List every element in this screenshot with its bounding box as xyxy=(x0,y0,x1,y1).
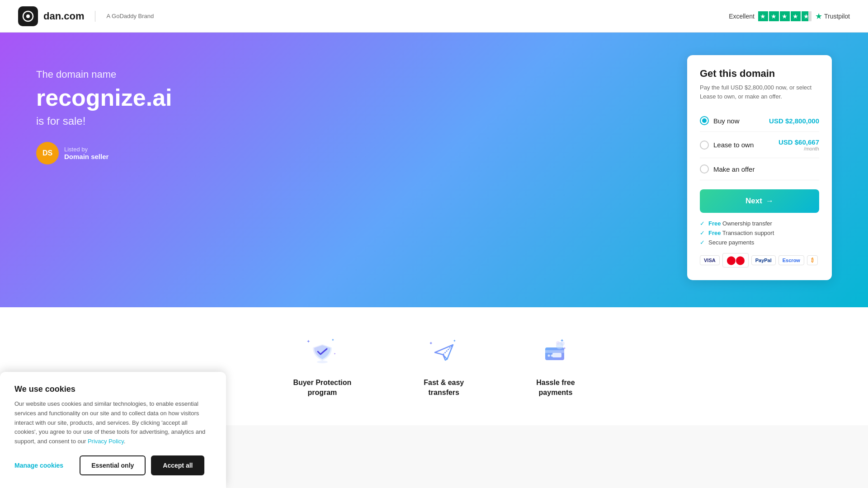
bitcoin-icon: ₿ xyxy=(807,255,818,265)
benefit-transaction: ✓ Free Transaction support xyxy=(700,230,819,236)
hero-section: The domain name recognize.ai is for sale… xyxy=(0,33,868,307)
lease-per-month: /month xyxy=(778,146,819,151)
svg-text:✦: ✦ xyxy=(331,338,335,342)
hero-domain: recognize.ai xyxy=(36,84,687,111)
check-icon-2: ✓ xyxy=(700,230,705,236)
fast-transfers-icon: ✦ ✦ xyxy=(426,334,462,371)
logo-icon xyxy=(18,6,38,26)
buyer-protection-icon: ✦ ✦ ✦ xyxy=(304,334,340,371)
next-button[interactable]: Next → xyxy=(700,189,819,213)
trustpilot-logo: ★ Trustpilot xyxy=(815,11,850,21)
logo-separator xyxy=(95,11,95,22)
offer-label: Make an offer xyxy=(713,165,755,173)
star-3: ★ xyxy=(780,11,790,21)
logo-area: dan.com A GoDaddy Brand xyxy=(18,6,154,26)
benefit-secure: ✓ Secure payments xyxy=(700,239,819,246)
hero-forsale: is for sale! xyxy=(36,115,687,127)
buy-now-radio xyxy=(700,116,709,125)
radio-inner xyxy=(702,118,707,123)
svg-point-12 xyxy=(547,355,550,357)
card-subtitle: Pay the full USD $2,800,000 now, or sele… xyxy=(700,83,819,101)
trustpilot-label: Excellent xyxy=(729,13,755,20)
buyer-protection-label: Buyer Protectionprogram xyxy=(293,378,351,398)
svg-rect-11 xyxy=(545,350,564,353)
star-4: ★ xyxy=(791,11,801,21)
visa-icon: VISA xyxy=(700,255,720,265)
check-icon-3: ✓ xyxy=(700,239,705,246)
svg-point-1 xyxy=(26,14,30,18)
star-2: ★ xyxy=(769,11,779,21)
svg-point-17 xyxy=(556,341,560,345)
seller-name: Domain seller xyxy=(64,153,108,160)
seller-info: Listed by Domain seller xyxy=(64,146,108,160)
trustpilot-name: Trustpilot xyxy=(824,13,850,20)
svg-text:✦: ✦ xyxy=(429,341,433,346)
svg-text:✦: ✦ xyxy=(307,339,310,344)
make-offer-option[interactable]: Make an offer xyxy=(700,158,819,180)
svg-point-16 xyxy=(560,341,565,346)
hero-content: The domain name recognize.ai is for sale… xyxy=(36,60,687,164)
seller-listed: Listed by xyxy=(64,146,108,153)
cookie-text: Our website uses cookies and similar tec… xyxy=(14,399,212,446)
benefit-ownership: ✓ Free Ownership transfer xyxy=(700,220,819,227)
accept-all-button[interactable]: Accept all xyxy=(151,455,204,475)
svg-text:✦: ✦ xyxy=(453,339,456,343)
cookie-buttons: Manage cookies Essential only Accept all xyxy=(14,455,212,475)
buy-now-option[interactable]: Buy now USD $2,800,000 xyxy=(700,110,819,132)
payment-icons: VISA ⬤⬤ PayPal Escrow ₿ xyxy=(700,253,819,267)
next-label: Next xyxy=(745,197,762,206)
hero-subtitle: The domain name xyxy=(36,69,687,80)
godaddy-brand: A GoDaddy Brand xyxy=(106,13,154,19)
seller-badge: DS Listed by Domain seller xyxy=(36,142,687,164)
star-5-half: ★ xyxy=(802,11,811,21)
svg-point-5 xyxy=(317,361,328,363)
trustpilot-area: Excellent ★ ★ ★ ★ ★ ★ Trustpilot xyxy=(729,11,850,21)
cookie-title: We use cookies xyxy=(14,385,212,394)
privacy-policy-link[interactable]: Privacy Policy xyxy=(88,438,124,445)
svg-rect-14 xyxy=(552,353,561,357)
lease-price: USD $60,667 xyxy=(778,138,819,146)
logo-text: dan.com xyxy=(43,10,84,22)
avatar: DS xyxy=(36,142,59,164)
essential-only-button[interactable]: Essential only xyxy=(80,455,146,475)
buy-now-label: Buy now xyxy=(713,117,740,125)
card-title: Get this domain xyxy=(700,68,819,80)
buy-now-price: USD $2,800,000 xyxy=(769,117,819,125)
mastercard-icon: ⬤⬤ xyxy=(722,253,749,267)
feature-buyer-protection: ✦ ✦ ✦ Buyer Protectionprogram xyxy=(293,334,351,398)
trustpilot-stars: ★ ★ ★ ★ ★ xyxy=(758,11,811,21)
manage-cookies-button[interactable]: Manage cookies xyxy=(14,455,74,475)
offer-radio xyxy=(700,164,709,174)
feature-fast-transfers: ✦ ✦ Fast & easytransfers xyxy=(424,334,464,398)
lease-radio xyxy=(700,141,709,150)
escrow-icon: Escrow xyxy=(778,255,804,265)
cookie-banner: We use cookies Our website uses cookies … xyxy=(0,372,226,488)
hassle-payments-icon: ✦ ✦ xyxy=(538,334,574,371)
hassle-payments-label: Hassle freepayments xyxy=(536,378,575,398)
main-header: dan.com A GoDaddy Brand Excellent ★ ★ ★ … xyxy=(0,0,868,33)
fast-transfers-label: Fast & easytransfers xyxy=(424,378,464,398)
lease-label: Lease to own xyxy=(713,141,754,149)
feature-hassle-payments: ✦ ✦ Hassle freepayments xyxy=(536,334,575,398)
star-1: ★ xyxy=(758,11,768,21)
check-icon-1: ✓ xyxy=(700,220,705,227)
lease-option[interactable]: Lease to own USD $60,667 /month xyxy=(700,132,819,158)
benefits-list: ✓ Free Ownership transfer ✓ Free Transac… xyxy=(700,220,819,246)
purchase-card: Get this domain Pay the full USD $2,800,… xyxy=(687,55,832,280)
paypal-icon: PayPal xyxy=(751,255,776,265)
next-arrow-icon: → xyxy=(766,197,774,206)
trustpilot-star-icon: ★ xyxy=(815,11,822,21)
svg-text:✦: ✦ xyxy=(334,352,336,355)
